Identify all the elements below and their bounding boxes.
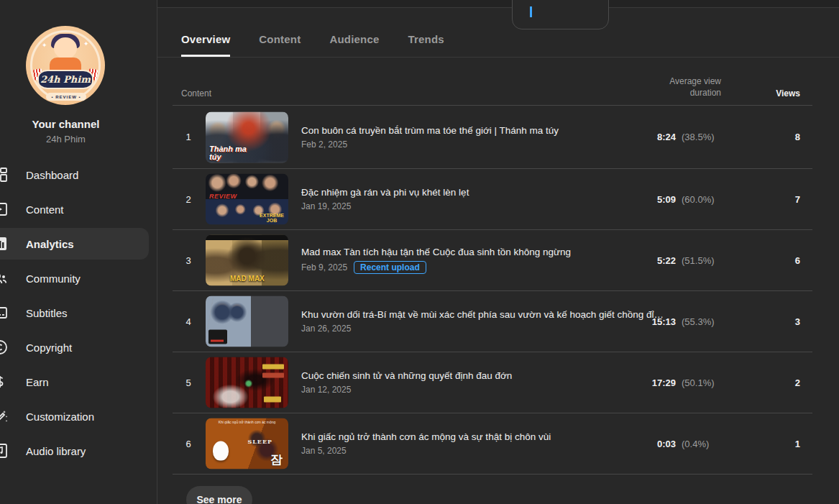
duration-value: 8:24 (646, 132, 676, 142)
duration-value: 5:09 (646, 194, 676, 205)
avatar-review-ribbon: • REVIEW • (46, 93, 86, 101)
sidebar-item-content[interactable]: Content (0, 192, 157, 226)
duration-percentage: (60.0%) (682, 194, 721, 205)
sidebar-item-community[interactable]: Community (0, 261, 157, 295)
video-meta: Mad max Tàn tích hậu tận thế Cuộc đua si… (301, 230, 705, 290)
subtitles-icon (0, 304, 9, 321)
video-title[interactable]: Mad max Tàn tích hậu tận thế Cuộc đua si… (301, 247, 705, 257)
table-row[interactable]: 6 Khi giấc ngủ trở thành cơn ác mộng SLE… (173, 413, 812, 475)
column-header-views[interactable]: Views (776, 88, 800, 98)
tab-audience[interactable]: Audience (329, 33, 379, 57)
views-cell: 1 (795, 413, 800, 474)
avatar-cartoon-face (54, 37, 77, 59)
active-item-highlight (0, 228, 149, 260)
views-cell: 3 (795, 291, 800, 352)
your-channel-label: Your channel (0, 118, 132, 130)
video-thumbnail[interactable] (206, 296, 288, 347)
duration-percentage: (51.5%) (682, 255, 721, 266)
video-title[interactable]: Cuộc chiến sinh tử và những quyết định đ… (301, 370, 705, 381)
duration-percentage: (0.4%) (682, 439, 721, 449)
sidebar-item-customization[interactable]: Customization (0, 399, 157, 434)
video-title[interactable]: Con buôn cá truyền bắt trùm ma tóe thế g… (301, 125, 705, 136)
thumbnail-text: Khi giấc ngủ trở thành cơn ác mộng (206, 420, 288, 424)
video-meta: Con buôn cá truyền bắt trùm ma tóe thế g… (301, 106, 705, 168)
youtube-studio-analytics-page: ✦ ✦ 24h Phim • REVIEW • Your channel 24h… (0, 0, 839, 504)
table-row[interactable]: 5 Cuộc chiến sinh tử và những quyết định… (173, 352, 812, 413)
thumbnail-text: SLEEP (247, 438, 272, 445)
duration-value: 5:22 (646, 255, 676, 266)
see-more-button[interactable]: See more (186, 486, 252, 504)
row-rank: 1 (173, 106, 204, 168)
community-icon (0, 270, 9, 287)
column-header-content[interactable]: Content (181, 88, 211, 98)
table-header: Content Average view duration Views (173, 58, 812, 106)
table-row[interactable]: 3 MAD MAX Mad max Tàn tích hậu tận thế C… (173, 230, 812, 291)
row-rank: 3 (173, 230, 204, 290)
sidebar: ✦ ✦ 24h Phim • REVIEW • Your channel 24h… (0, 0, 157, 504)
column-header-avg-view-duration[interactable]: Average view duration (669, 75, 721, 98)
audio-library-icon (0, 442, 9, 459)
video-date: Feb 2, 2025 (301, 139, 347, 150)
video-meta: Khu vườn dối trá-Bí mật về mùi xác chết … (301, 291, 705, 352)
analytics-icon (0, 235, 9, 252)
main-content: Overview Content Audience Trends Content… (157, 0, 839, 504)
sidebar-nav: Dashboard Content Analytics Community (0, 157, 157, 468)
sidebar-item-analytics[interactable]: Analytics (0, 226, 157, 261)
sidebar-item-label: Community (26, 272, 81, 285)
channel-avatar[interactable]: ✦ ✦ 24h Phim • REVIEW • (26, 26, 105, 105)
duration-value: 15:13 (646, 316, 676, 327)
table-row[interactable]: 4 Khu vườn dối trá-Bí mật về mùi xác chế… (173, 291, 812, 352)
content-icon (0, 201, 9, 218)
thumbnail-text: 잠 (270, 452, 283, 468)
video-title[interactable]: Khu vườn dối trá-Bí mật về mùi xác chết … (301, 309, 705, 320)
tab-content[interactable]: Content (259, 33, 301, 57)
avg-view-duration-cell: 15:13 (55.3%) (646, 291, 721, 352)
avg-view-duration-cell: 5:22 (51.5%) (646, 230, 721, 290)
table-row[interactable]: 1 Thành ma túy Con buôn cá truyền bắt tr… (173, 106, 812, 169)
video-date: Jan 26, 2025 (301, 324, 351, 334)
video-meta: Đặc nhiệm gà rán và phi vụ khét lèn lẹt … (301, 169, 705, 229)
channel-name: 24h Phim (0, 134, 132, 145)
sidebar-item-audio-library[interactable]: Audio library (0, 434, 157, 468)
row-rank: 2 (173, 169, 204, 229)
customization-icon (0, 408, 9, 425)
avg-view-duration-cell: 8:24 (38.5%) (646, 106, 721, 168)
thumbnail-inset-text (211, 340, 224, 342)
ghost-illustration (213, 441, 229, 461)
sidebar-item-copyright[interactable]: Copyright (0, 330, 157, 365)
avg-view-duration-cell: 5:09 (60.0%) (646, 169, 721, 229)
avatar-banner: 24h Phim (37, 70, 93, 89)
video-thumbnail[interactable]: MAD MAX (206, 235, 288, 286)
avatar-banner-text: 24h Phim (40, 74, 91, 85)
thumbnail-text: Thành ma túy (209, 145, 247, 160)
thumbnail-text: MAD MAX (230, 275, 265, 283)
row-rank: 4 (173, 291, 204, 352)
video-date: Jan 12, 2025 (301, 385, 351, 395)
thumbnail-text: REVIEW (209, 193, 237, 200)
sidebar-item-dashboard[interactable]: Dashboard (0, 157, 157, 192)
video-thumbnail[interactable]: Khi giấc ngủ trở thành cơn ác mộng SLEEP… (206, 418, 288, 469)
video-title[interactable]: Khi giấc ngủ trở thành cơn ác mộng và sự… (301, 431, 705, 442)
video-title[interactable]: Đặc nhiệm gà rán và phi vụ khét lèn lẹt (301, 187, 705, 198)
tab-overview[interactable]: Overview (181, 33, 230, 57)
thumbnail-text-chip (262, 365, 284, 370)
duration-percentage: (55.3%) (682, 316, 721, 327)
row-rank: 5 (173, 352, 204, 413)
sidebar-item-subtitles[interactable]: Subtitles (0, 295, 157, 330)
thumbnail-text: EXTREME JOB (260, 213, 284, 223)
video-date: Feb 9, 2025 (301, 262, 347, 272)
video-thumbnail[interactable] (206, 357, 288, 408)
table-row[interactable]: 2 REVIEW EXTREME JOB Đặc nhiệm gà rán và… (173, 169, 812, 230)
avg-view-duration-cell: 17:29 (50.1%) (646, 352, 721, 413)
sidebar-item-label: Customization (26, 411, 94, 423)
earn-icon (0, 373, 9, 390)
video-thumbnail[interactable]: REVIEW EXTREME JOB (206, 174, 288, 225)
tab-trends[interactable]: Trends (408, 33, 444, 57)
views-cell: 6 (795, 230, 800, 290)
sidebar-item-label: Copyright (26, 342, 72, 354)
sidebar-item-label: Analytics (26, 238, 74, 250)
star-icon: ✦ (42, 42, 47, 49)
sidebar-item-earn[interactable]: Earn (0, 365, 157, 399)
duration-percentage: (38.5%) (682, 132, 721, 142)
video-thumbnail[interactable]: Thành ma túy (206, 111, 288, 162)
